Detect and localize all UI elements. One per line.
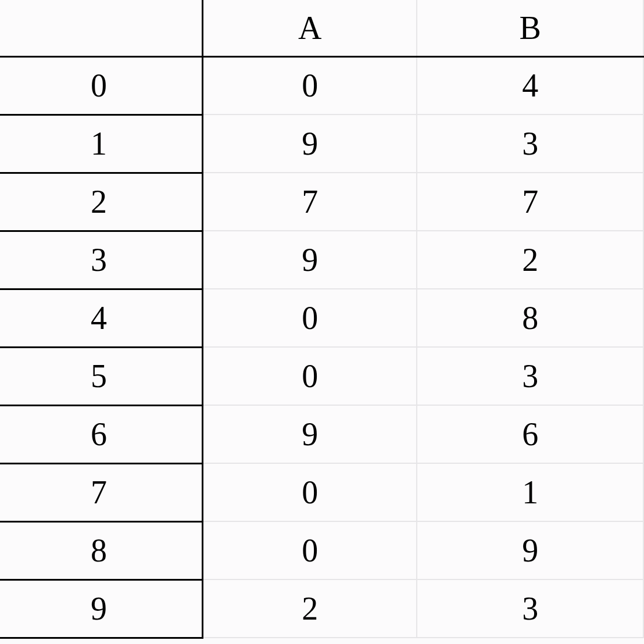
cell-b: 3 xyxy=(417,115,643,173)
cell-b: 7 xyxy=(417,173,643,231)
cell-a: 9 xyxy=(203,231,417,289)
cell-a: 0 xyxy=(203,463,417,521)
row-index: 2 xyxy=(0,173,203,231)
row-index: 5 xyxy=(0,347,203,405)
cell-b: 4 xyxy=(417,56,643,115)
cell-a: 7 xyxy=(203,173,417,231)
table-row: 2 7 7 xyxy=(0,173,643,231)
table-row: 3 9 2 xyxy=(0,231,643,289)
cell-b: 3 xyxy=(417,347,643,405)
table-header-row: A B xyxy=(0,0,643,56)
table-row: 8 0 9 xyxy=(0,521,643,579)
cell-a: 0 xyxy=(203,347,417,405)
data-table: A B 0 0 4 1 9 3 2 7 7 3 9 2 4 0 8 xyxy=(0,0,644,639)
table-row: 7 0 1 xyxy=(0,463,643,521)
table-row: 1 9 3 xyxy=(0,115,643,173)
header-col-b: B xyxy=(417,0,643,56)
cell-b: 3 xyxy=(417,579,643,638)
row-index: 9 xyxy=(0,579,203,638)
row-index: 0 xyxy=(0,56,203,115)
cell-a: 0 xyxy=(203,521,417,579)
cell-b: 9 xyxy=(417,521,643,579)
row-index: 8 xyxy=(0,521,203,579)
cell-b: 6 xyxy=(417,405,643,463)
row-index: 1 xyxy=(0,115,203,173)
cell-a: 2 xyxy=(203,579,417,638)
row-index: 7 xyxy=(0,463,203,521)
cell-a: 9 xyxy=(203,405,417,463)
table-row: 6 9 6 xyxy=(0,405,643,463)
cell-a: 0 xyxy=(203,289,417,347)
row-index: 4 xyxy=(0,289,203,347)
cell-b: 8 xyxy=(417,289,643,347)
cell-a: 9 xyxy=(203,115,417,173)
cell-b: 2 xyxy=(417,231,643,289)
row-index: 6 xyxy=(0,405,203,463)
header-index xyxy=(0,0,203,56)
table-row: 9 2 3 xyxy=(0,579,643,638)
cell-a: 0 xyxy=(203,56,417,115)
table-row: 5 0 3 xyxy=(0,347,643,405)
table-row: 4 0 8 xyxy=(0,289,643,347)
header-col-a: A xyxy=(203,0,417,56)
cell-b: 1 xyxy=(417,463,643,521)
table-row: 0 0 4 xyxy=(0,56,643,115)
row-index: 3 xyxy=(0,231,203,289)
